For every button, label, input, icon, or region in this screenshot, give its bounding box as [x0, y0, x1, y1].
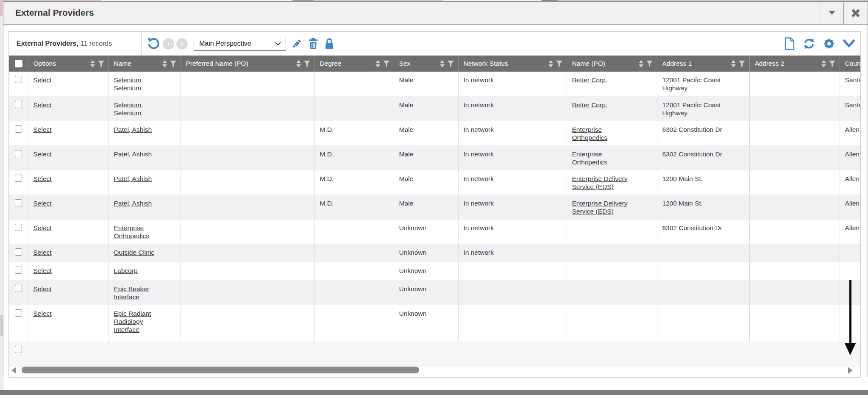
select-link[interactable]: Select	[33, 76, 52, 83]
column-header-address-1[interactable]: Address 1	[657, 56, 749, 72]
cell-sex: Male	[394, 170, 458, 195]
more-options-button[interactable]	[843, 39, 855, 48]
filter-icon[interactable]	[448, 61, 454, 67]
table-header-row: Options Name Preferred Name (PO) Degree …	[9, 56, 860, 72]
filter-icon[interactable]	[170, 61, 176, 67]
column-header-name[interactable]: Name	[108, 56, 181, 72]
scroll-left-arrow[interactable]	[11, 367, 16, 374]
provider-name-link[interactable]: Enterprise Orthopedics	[114, 224, 166, 240]
delete-perspective-button[interactable]	[308, 38, 319, 50]
row-checkbox[interactable]	[15, 224, 22, 231]
scroll-right-arrow[interactable]	[848, 367, 853, 374]
provider-po-link[interactable]: Better Corp.	[572, 101, 608, 109]
column-header-address-2[interactable]: Address 2	[749, 56, 840, 72]
column-header-options[interactable]: Options	[28, 56, 108, 72]
footer-row-checkbox[interactable]	[15, 346, 22, 353]
perspective-select[interactable]: Main Perspective	[194, 37, 286, 51]
cell-degree	[314, 262, 394, 280]
cell-sex: Male	[394, 96, 458, 121]
back-button[interactable]: ‹	[163, 38, 174, 50]
provider-name-link[interactable]: Patel, Ashish	[114, 175, 152, 183]
cell-sex: Unknown	[394, 262, 458, 280]
row-checkbox[interactable]	[15, 150, 22, 157]
edit-perspective-button[interactable]	[291, 38, 303, 50]
sort-icon[interactable]	[548, 60, 553, 67]
filter-icon[interactable]	[829, 61, 835, 67]
filter-icon[interactable]	[383, 61, 389, 67]
provider-name-link[interactable]: Selenium, Selenium	[114, 76, 166, 92]
sort-icon[interactable]	[639, 60, 643, 67]
cell-address_1: 6302 Constitution Dr	[657, 219, 749, 244]
select-link[interactable]: Select	[33, 249, 52, 256]
provider-name-link[interactable]: Epic Radiant Radiology Interface	[114, 309, 166, 334]
select-link[interactable]: Select	[33, 267, 52, 274]
cell-text: 6302 Constitution Dr	[662, 150, 722, 158]
provider-name-link[interactable]: Selenium, Selenium	[114, 101, 166, 117]
provider-po-link[interactable]: Enterprise Delivery Service (EDS)	[572, 175, 635, 191]
filter-icon[interactable]	[304, 61, 310, 67]
sort-icon[interactable]	[731, 60, 736, 67]
sort-icon[interactable]	[90, 60, 95, 67]
filter-icon[interactable]	[556, 61, 562, 67]
undo-button[interactable]	[147, 37, 159, 50]
select-link[interactable]: Select	[33, 200, 52, 207]
provider-name-link[interactable]: Patel, Ashish	[114, 199, 152, 207]
table-row: SelectEnterprise OrthopedicsUnknownIn ne…	[9, 219, 860, 244]
select-link[interactable]: Select	[33, 126, 52, 133]
new-record-button[interactable]	[784, 37, 795, 50]
provider-po-link[interactable]: Enterprise Orthopedics	[572, 150, 635, 166]
row-checkbox[interactable]	[15, 285, 22, 292]
cell-county: Allen	[840, 219, 860, 244]
row-checkbox[interactable]	[15, 101, 22, 108]
provider-po-link[interactable]: Enterprise Orthopedics	[572, 125, 635, 142]
provider-po-link[interactable]: Enterprise Delivery Service (EDS)	[572, 199, 635, 215]
row-checkbox[interactable]	[15, 199, 22, 206]
forward-button[interactable]: ›	[176, 38, 188, 50]
select-link[interactable]: Select	[33, 150, 52, 158]
provider-po-link[interactable]: Better Corp.	[572, 76, 608, 84]
row-checkbox[interactable]	[15, 175, 22, 182]
cell-text: Unknown	[399, 285, 427, 292]
cell-text: Male	[399, 200, 414, 207]
filter-icon[interactable]	[98, 61, 104, 67]
row-checkbox[interactable]	[15, 125, 22, 133]
filter-icon[interactable]	[646, 61, 653, 67]
column-header-sex[interactable]: Sex	[394, 56, 458, 72]
lock-perspective-button[interactable]	[324, 38, 335, 50]
provider-name-link[interactable]: Patel, Ashish	[114, 150, 152, 158]
row-checkbox[interactable]	[15, 309, 22, 317]
select-link[interactable]: Select	[33, 285, 52, 292]
refresh-button[interactable]	[803, 37, 815, 50]
provider-name-link[interactable]: Epic Beaker Interface	[114, 285, 166, 301]
scrollbar-thumb[interactable]	[22, 367, 419, 373]
row-checkbox[interactable]	[15, 267, 22, 274]
sort-icon[interactable]	[821, 60, 826, 67]
cell-network_status: In network	[458, 195, 567, 219]
row-checkbox[interactable]	[15, 76, 22, 83]
column-header-degree[interactable]: Degree	[314, 56, 394, 72]
column-header-preferred-name-po-[interactable]: Preferred Name (PO)	[181, 56, 314, 72]
select-link[interactable]: Select	[33, 175, 52, 182]
provider-name-link[interactable]: Outside Clinic	[114, 248, 155, 256]
sort-icon[interactable]	[296, 60, 301, 67]
window-close-button[interactable]	[843, 2, 868, 24]
window-collapse-button[interactable]	[820, 2, 843, 24]
cell-name: Epic Beaker Interface	[108, 280, 181, 305]
sort-icon[interactable]	[162, 60, 167, 67]
row-checkbox[interactable]	[15, 248, 22, 256]
settings-button[interactable]	[823, 38, 835, 50]
select-all-checkbox[interactable]	[15, 60, 22, 67]
provider-name-link[interactable]: Patel, Ashish	[114, 125, 152, 134]
filter-icon[interactable]	[739, 61, 745, 67]
select-link[interactable]: Select	[33, 101, 52, 108]
sort-icon[interactable]	[440, 60, 445, 67]
sort-icon[interactable]	[376, 60, 380, 67]
column-header-name-po-[interactable]: Name (PO)	[567, 56, 657, 72]
cell-address_2	[749, 145, 840, 170]
select-link[interactable]: Select	[33, 224, 52, 231]
select-link[interactable]: Select	[33, 310, 52, 317]
column-header-network-status[interactable]: Network Status	[458, 56, 567, 72]
cell-text: 1200 Main St.	[662, 175, 703, 182]
column-header-county[interactable]: County	[840, 56, 860, 72]
provider-name-link[interactable]: Labcorp	[114, 267, 138, 275]
